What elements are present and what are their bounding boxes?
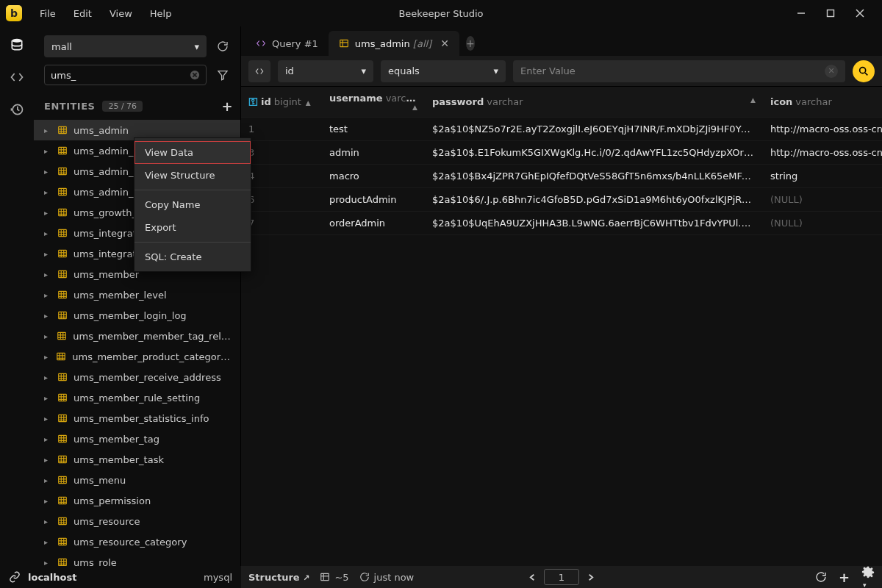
ctx-sql-create[interactable]: SQL: Create bbox=[135, 245, 251, 268]
context-menu[interactable]: View DataView StructureCopy NameExportSQ… bbox=[134, 137, 251, 272]
cell-password[interactable]: $2a$10$.E1FokumK5GIXWgKlg.Hc.i/0/2.qdAwY… bbox=[425, 141, 763, 165]
add-entity-button[interactable]: + bbox=[221, 98, 233, 114]
filter-op-select[interactable]: equals ▾ bbox=[381, 60, 506, 82]
table-icon bbox=[57, 413, 68, 423]
entity-item[interactable]: ▸ums_member_rule_setting bbox=[34, 387, 240, 408]
ctx-copy-name[interactable]: Copy Name bbox=[135, 193, 251, 216]
chevron-right-icon: ▸ bbox=[44, 559, 51, 567]
entity-item[interactable]: ▸ums_member_level bbox=[34, 284, 240, 305]
expand-filter-button[interactable] bbox=[248, 60, 270, 82]
menu-edit[interactable]: Edit bbox=[66, 4, 99, 24]
cell-password[interactable]: $2a$10$6/.J.p.6Bhn7ic4GfoB5D.pGd7xSiD1a9… bbox=[425, 188, 763, 212]
filter-column-select[interactable]: id ▾ bbox=[278, 60, 373, 82]
view-structure-link[interactable]: Structure ↗ bbox=[248, 572, 309, 583]
cell-password[interactable]: $2a$10$Bx4jZPR7GhEpIQfefDQtVeS58GfT5n6mx… bbox=[425, 165, 763, 188]
chevron-right-icon: ▸ bbox=[44, 168, 51, 176]
cell-username[interactable]: admin bbox=[322, 141, 425, 165]
close-tab-icon[interactable]: ✕ bbox=[440, 37, 449, 49]
clear-filter-icon[interactable]: ✕ bbox=[825, 65, 838, 78]
run-filter-button[interactable] bbox=[853, 60, 875, 82]
entity-name: ums_member_product_category_relation bbox=[72, 351, 233, 362]
entity-item[interactable]: ▸ums_member_product_category_relation bbox=[34, 346, 240, 367]
last-updated-chip[interactable]: just now bbox=[359, 572, 415, 583]
ctx-export[interactable]: Export bbox=[135, 216, 251, 239]
filter-value-input[interactable]: Enter Value ✕ bbox=[513, 60, 845, 82]
cell-username[interactable]: macro bbox=[322, 165, 425, 188]
table-row[interactable]: 7orderAdmin$2a$10$UqEhA9UZXjHHA3B.L9wNG.… bbox=[241, 212, 882, 235]
result-bar: Structure ↗ ~5 just now 1 + ▾ bbox=[241, 566, 882, 588]
new-tab-button[interactable]: + bbox=[459, 31, 481, 56]
menu-help[interactable]: Help bbox=[143, 4, 179, 24]
cell-icon[interactable]: string bbox=[763, 165, 882, 188]
cell-username[interactable]: productAdmin bbox=[322, 188, 425, 212]
connection-engine: mysql bbox=[204, 572, 232, 583]
code-icon bbox=[256, 38, 266, 49]
minimize-button[interactable] bbox=[797, 9, 813, 18]
entity-item[interactable]: ▸ums_member_member_tag_relation bbox=[34, 326, 240, 346]
entity-search-input[interactable]: ums_ bbox=[44, 65, 207, 85]
cell-password[interactable]: $2a$10$UqEhA9UZXjHHA3B.L9wNG.6aerrBjC6WH… bbox=[425, 212, 763, 235]
table-row[interactable]: 3admin$2a$10$.E1FokumK5GIXWgKlg.Hc.i/0/2… bbox=[241, 141, 882, 165]
close-button[interactable] bbox=[856, 9, 872, 18]
cell-username[interactable]: test bbox=[322, 118, 425, 141]
clear-search-icon[interactable] bbox=[190, 70, 200, 80]
history-icon[interactable] bbox=[9, 101, 25, 118]
menu-view[interactable]: View bbox=[102, 4, 140, 24]
connection-host[interactable]: localhost bbox=[28, 572, 76, 583]
ctx-view-data[interactable]: View Data bbox=[135, 141, 251, 164]
page-input[interactable]: 1 bbox=[544, 569, 579, 585]
entity-item[interactable]: ▸ums_member_task bbox=[34, 449, 240, 470]
cell-icon[interactable]: http://macro-oss.oss-cn bbox=[763, 141, 882, 165]
table-row[interactable]: 4macro$2a$10$Bx4jZPR7GhEpIQfefDQtVeS58Gf… bbox=[241, 165, 882, 188]
query-icon[interactable] bbox=[9, 69, 25, 85]
col-header-password[interactable]: passwordvarchar▲ bbox=[425, 87, 763, 118]
ctx-view-structure[interactable]: View Structure bbox=[135, 164, 251, 187]
entity-item[interactable]: ▸ums_member_login_log bbox=[34, 305, 240, 326]
col-header-icon[interactable]: iconvarchar bbox=[763, 87, 882, 118]
entity-item[interactable]: ▸ums_resource_category bbox=[34, 531, 240, 552]
next-page-button[interactable] bbox=[587, 573, 595, 581]
entity-item[interactable]: ▸ums_resource bbox=[34, 511, 240, 531]
prev-page-button[interactable] bbox=[528, 573, 537, 581]
cell-id[interactable]: 4 bbox=[241, 165, 322, 188]
cell-password[interactable]: $2a$10$NZ5o7r2E.ayT2ZoxgjlI.eJ6OEYqjH7IN… bbox=[425, 118, 763, 141]
reload-button[interactable] bbox=[815, 571, 827, 583]
filter-icon[interactable] bbox=[212, 65, 233, 85]
table-row[interactable]: 1test$2a$10$NZ5o7r2E.ayT2ZoxgjlI.eJ6OEYq… bbox=[241, 118, 882, 141]
chevron-right-icon: ▸ bbox=[44, 353, 50, 361]
tab-ums-admin[interactable]: ums_admin [all]✕ bbox=[329, 31, 459, 56]
database-select[interactable]: mall ▾ bbox=[44, 35, 207, 57]
cell-id[interactable]: 6 bbox=[241, 188, 322, 212]
entity-item[interactable]: ▸ums_member_tag bbox=[34, 429, 240, 449]
table-scroll[interactable]: ⚿idbigint▲usernamevarchar▲passwordvarcha… bbox=[241, 87, 882, 566]
database-icon[interactable] bbox=[9, 37, 25, 53]
table-row[interactable]: 6productAdmin$2a$10$6/.J.p.6Bhn7ic4GfoB5… bbox=[241, 188, 882, 212]
cell-id[interactable]: 7 bbox=[241, 212, 322, 235]
table-header-row: ⚿idbigint▲usernamevarchar▲passwordvarcha… bbox=[241, 87, 882, 118]
col-header-id[interactable]: ⚿idbigint▲ bbox=[241, 87, 322, 118]
settings-button[interactable]: ▾ bbox=[861, 565, 875, 589]
entity-name: ums_member_login_log bbox=[74, 310, 187, 321]
entity-item[interactable]: ▸ums_member_statistics_info bbox=[34, 408, 240, 429]
cell-icon[interactable]: (NULL) bbox=[763, 212, 882, 235]
svg-rect-75 bbox=[59, 394, 67, 401]
add-row-button[interactable]: + bbox=[839, 570, 850, 585]
entity-item[interactable]: ▸ums_permission bbox=[34, 490, 240, 511]
maximize-button[interactable] bbox=[826, 9, 842, 18]
menu-file[interactable]: File bbox=[32, 4, 63, 24]
entity-item[interactable]: ▸ums_role bbox=[34, 552, 240, 566]
cell-username[interactable]: orderAdmin bbox=[322, 212, 425, 235]
cell-id[interactable]: 1 bbox=[241, 118, 322, 141]
cell-id[interactable]: 3 bbox=[241, 141, 322, 165]
cell-icon[interactable]: (NULL) bbox=[763, 188, 882, 212]
entity-item[interactable]: ▸ums_member_receive_address bbox=[34, 367, 240, 387]
svg-rect-65 bbox=[57, 353, 65, 359]
tab-label: Query #1 bbox=[272, 38, 318, 49]
col-header-username[interactable]: usernamevarchar▲ bbox=[322, 87, 425, 118]
refresh-button[interactable] bbox=[212, 36, 233, 57]
cell-icon[interactable]: http://macro-oss.oss-cn bbox=[763, 118, 882, 141]
tab-query-1[interactable]: Query #1 bbox=[245, 31, 329, 56]
entity-item[interactable]: ▸ums_menu bbox=[34, 470, 240, 490]
svg-point-123 bbox=[860, 67, 866, 73]
entity-name: ums_member_rule_setting bbox=[74, 392, 200, 404]
